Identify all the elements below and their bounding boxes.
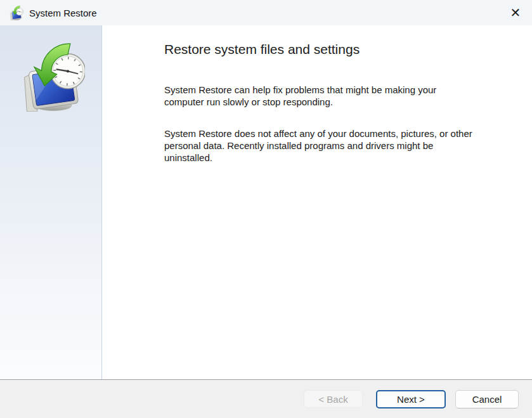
page-title: Restore system files and settings bbox=[164, 40, 507, 59]
system-restore-icon bbox=[16, 41, 85, 112]
next-button[interactable]: Next > bbox=[376, 390, 446, 408]
wizard-body: Restore system files and settings System… bbox=[0, 25, 532, 379]
cancel-button[interactable]: Cancel bbox=[455, 390, 519, 408]
close-icon[interactable]: ✕ bbox=[504, 3, 527, 23]
back-button[interactable]: < Back bbox=[304, 390, 363, 408]
content-area: Restore system files and settings System… bbox=[102, 25, 532, 379]
footer-button-bar: < Back Next > Cancel bbox=[0, 379, 532, 418]
system-restore-app-icon bbox=[8, 5, 23, 20]
sidebar bbox=[0, 25, 102, 379]
system-restore-window: System Restore ✕ Restore system files an… bbox=[0, 0, 532, 418]
titlebar: System Restore ✕ bbox=[0, 0, 532, 25]
description-paragraph-1: System Restore can help fix problems tha… bbox=[164, 84, 507, 108]
description-paragraph-2: System Restore does not affect any of yo… bbox=[164, 127, 507, 164]
window-title: System Restore bbox=[29, 8, 97, 18]
